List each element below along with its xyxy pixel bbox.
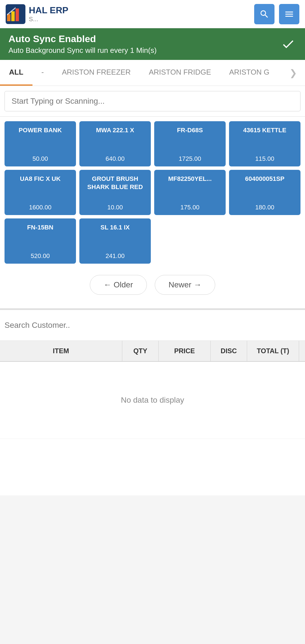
product-name-4: UA8 FIC X UK: [8, 175, 73, 183]
product-card-1[interactable]: MWA 222.1 X 640.00: [79, 121, 151, 166]
col-total-header: TOTAL (T): [247, 341, 299, 361]
order-table: ITEM QTY PRICE DISC TOTAL (T) No data to…: [0, 341, 305, 439]
newer-button[interactable]: Newer →: [155, 275, 215, 295]
product-card-3[interactable]: 43615 KETTLE 115.00: [229, 121, 300, 166]
product-name-0: POWER BANK: [8, 126, 73, 135]
header-actions: [254, 4, 299, 24]
notification-subtitle: Auto Background Sync will run every 1 Mi…: [8, 46, 157, 55]
product-price-9: 241.00: [83, 252, 147, 260]
product-search-input[interactable]: [5, 91, 300, 111]
product-card-9[interactable]: SL 16.1 IX 241.00: [79, 218, 151, 264]
tab-all[interactable]: ALL: [0, 60, 32, 86]
product-price-2: 1725.00: [158, 155, 222, 162]
product-name-2: FR-D68S: [158, 126, 222, 135]
products-section: POWER BANK 50.00 MWA 222.1 X 640.00 FR-D…: [0, 117, 305, 308]
no-data-row: No data to display: [0, 361, 305, 439]
notification-title: Auto Sync Enabled: [8, 33, 157, 44]
product-name-3: 43615 KETTLE: [232, 126, 297, 135]
bottom-filler: [0, 439, 305, 495]
col-disc-header: DISC: [210, 341, 247, 361]
customer-search-container: [0, 310, 305, 341]
product-price-4: 1600.00: [8, 204, 73, 211]
product-name-5: GROUT BRUSH SHARK BLUE RED: [83, 175, 147, 191]
tab-ariston-freezer[interactable]: ARISTON FREEZER: [53, 60, 140, 86]
tab-ariston-fridge[interactable]: ARISTON FRIDGE: [140, 60, 220, 86]
col-price-header: PRICE: [159, 341, 211, 361]
tab-ariston-g[interactable]: ARISTON G: [220, 60, 278, 86]
product-card-4[interactable]: UA8 FIC X UK 1600.00: [5, 170, 76, 215]
app-header: HAL ERP S...: [0, 0, 305, 28]
product-card-5[interactable]: GROUT BRUSH SHARK BLUE RED 10.00: [79, 170, 151, 215]
search-header-button[interactable]: [254, 4, 274, 24]
product-card-7[interactable]: 604000051SP 180.00: [229, 170, 300, 215]
product-price-6: 175.00: [158, 204, 222, 211]
svg-rect-1: [7, 14, 10, 21]
svg-rect-3: [16, 8, 19, 21]
product-name-6: MF82250YEL...: [158, 175, 222, 183]
product-grid: POWER BANK 50.00 MWA 222.1 X 640.00 FR-D…: [5, 121, 300, 264]
product-card-2[interactable]: FR-D68S 1725.00: [154, 121, 226, 166]
svg-rect-2: [11, 11, 15, 21]
product-price-1: 640.00: [83, 155, 147, 162]
product-price-8: 520.00: [8, 252, 73, 260]
product-card-0[interactable]: POWER BANK 50.00: [5, 121, 76, 166]
product-price-3: 115.00: [232, 155, 297, 162]
notification-content: Auto Sync Enabled Auto Background Sync w…: [8, 33, 157, 55]
product-card-6[interactable]: MF82250YEL... 175.00: [154, 170, 226, 215]
product-price-7: 180.00: [232, 204, 297, 211]
tabs-nav-right-arrow[interactable]: ❯: [282, 61, 305, 85]
no-data-message: No data to display: [0, 362, 305, 439]
product-name-1: MWA 222.1 X: [83, 126, 147, 135]
menu-header-button[interactable]: [279, 4, 299, 24]
logo-text: HAL ERP: [29, 5, 68, 16]
search-container: [0, 86, 305, 117]
notification-check-icon: [280, 36, 297, 53]
product-price-5: 10.00: [83, 204, 147, 211]
notification-banner: Auto Sync Enabled Auto Background Sync w…: [0, 28, 305, 60]
col-item-header: ITEM: [0, 341, 122, 361]
tab-dash[interactable]: -: [32, 60, 53, 86]
product-name-8: FN-15BN: [8, 224, 73, 232]
table-header-row: ITEM QTY PRICE DISC TOTAL (T): [0, 341, 305, 361]
product-card-8[interactable]: FN-15BN 520.00: [5, 218, 76, 264]
category-tabs: ALL - ARISTON FREEZER ARISTON FRIDGE ARI…: [0, 60, 305, 86]
logo-subtitle: S...: [29, 16, 68, 23]
product-price-0: 50.00: [8, 155, 73, 162]
logo-area: HAL ERP S...: [6, 4, 68, 24]
older-button[interactable]: ← Older: [90, 275, 147, 295]
product-name-9: SL 16.1 IX: [83, 224, 147, 232]
pagination: ← Older Newer →: [5, 268, 300, 304]
col-action-header: [299, 341, 305, 361]
col-qty-header: QTY: [122, 341, 159, 361]
customer-search-input[interactable]: [5, 315, 300, 335]
product-name-7: 604000051SP: [232, 175, 297, 183]
logo-icon: [6, 4, 25, 24]
